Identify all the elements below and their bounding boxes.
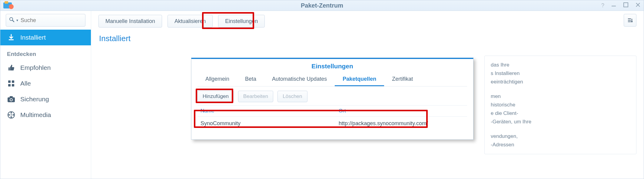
tab-package-sources[interactable]: Paketquellen <box>335 73 384 86</box>
search-input[interactable] <box>20 17 91 24</box>
sources-grid: Name Ort SynoCommunity http://packages.s… <box>198 105 467 139</box>
sidebar-item-backup[interactable]: Sicherung <box>0 91 91 107</box>
page-heading: Installiert <box>99 34 636 43</box>
svg-rect-12 <box>10 96 13 98</box>
tab-auto-updates[interactable]: Automatische Updates <box>264 73 335 86</box>
tab-general[interactable]: Allgemein <box>198 73 237 86</box>
sidebar-item-all[interactable]: Alle <box>0 76 91 91</box>
settings-button[interactable]: Einstellungen <box>218 15 265 28</box>
grid-row[interactable]: SynoCommunity http://packages.synocommun… <box>198 117 467 130</box>
column-location[interactable]: Ort <box>336 106 467 116</box>
sort-button[interactable] <box>624 14 636 27</box>
sidebar-item-label: Multimedia <box>20 111 51 119</box>
svg-rect-3 <box>612 6 616 6</box>
titlebar: Paket-Zentrum ? <box>0 0 644 11</box>
search-field[interactable]: ▾ <box>6 14 85 27</box>
edit-button[interactable]: Bearbeiten <box>238 91 273 102</box>
tab-beta[interactable]: Beta <box>237 73 264 86</box>
sidebar: ▾ Installiert Entdecken Empfohlen Alle S… <box>0 11 91 179</box>
package-center-window: Paket-Zentrum ? ▾ Installiert Entdecken … <box>0 0 644 179</box>
window-title: Paket-Zentrum <box>0 2 644 9</box>
dialog-title: Einstellungen <box>191 59 473 73</box>
svg-rect-1 <box>5 1 8 4</box>
svg-point-17 <box>13 114 14 116</box>
sidebar-item-recommended[interactable]: Empfohlen <box>0 60 91 76</box>
download-icon <box>7 33 15 42</box>
settings-dialog: Einstellungen Allgemein Beta Automatisch… <box>191 58 473 140</box>
thumbs-up-icon <box>7 63 15 72</box>
search-icon <box>9 17 15 24</box>
svg-point-2 <box>9 4 14 9</box>
sidebar-item-installed[interactable]: Installiert <box>0 30 91 45</box>
svg-rect-9 <box>8 84 11 86</box>
sidebar-item-multimedia[interactable]: Multimedia <box>0 107 91 123</box>
dialog-tabs: Allgemein Beta Automatische Updates Pake… <box>198 73 467 86</box>
svg-rect-8 <box>12 80 14 83</box>
sidebar-item-label: Sicherung <box>20 96 49 103</box>
svg-point-14 <box>10 99 12 101</box>
add-button[interactable]: Hinzufügen <box>198 91 234 102</box>
help-icon[interactable]: ? <box>601 2 604 9</box>
main-toolbar: Manuelle Installation Aktualisieren Eins… <box>98 14 636 28</box>
film-reel-icon <box>7 111 15 119</box>
svg-point-16 <box>11 112 12 114</box>
sidebar-item-label: Alle <box>20 80 31 87</box>
svg-rect-10 <box>12 84 14 86</box>
cell-name: SynoCommunity <box>198 117 336 130</box>
close-icon[interactable] <box>635 2 641 9</box>
main-area: Manuelle Installation Aktualisieren Eins… <box>91 11 644 179</box>
minimize-icon[interactable] <box>611 2 616 9</box>
maximize-icon[interactable] <box>623 2 629 9</box>
column-name[interactable]: Name <box>198 106 336 116</box>
dropdown-caret-icon[interactable]: ▾ <box>16 18 18 22</box>
package-card-partial: das Ihre s Installieren eeinträchtigen m… <box>484 56 636 154</box>
refresh-button[interactable]: Aktualisieren <box>168 15 213 28</box>
delete-button[interactable]: Löschen <box>277 91 307 102</box>
sidebar-item-label: Installiert <box>20 34 46 41</box>
svg-point-18 <box>11 116 12 118</box>
svg-rect-4 <box>624 3 628 7</box>
sources-toolbar: Hinzufügen Bearbeiten Löschen <box>191 86 473 105</box>
sidebar-heading-discover: Entdecken <box>0 45 91 60</box>
tab-certificate[interactable]: Zertifikat <box>384 73 421 86</box>
camera-icon <box>7 95 15 103</box>
svg-point-20 <box>11 114 12 116</box>
grid-icon <box>7 79 15 88</box>
manual-install-button[interactable]: Manuelle Installation <box>98 15 162 28</box>
svg-point-19 <box>8 114 10 116</box>
svg-rect-7 <box>8 80 11 83</box>
sidebar-item-label: Empfohlen <box>20 64 51 71</box>
grid-header: Name Ort <box>198 106 467 117</box>
svg-rect-6 <box>9 39 14 40</box>
cell-location: http://packages.synocommunity.com/ <box>336 117 467 130</box>
app-icon <box>3 1 15 10</box>
